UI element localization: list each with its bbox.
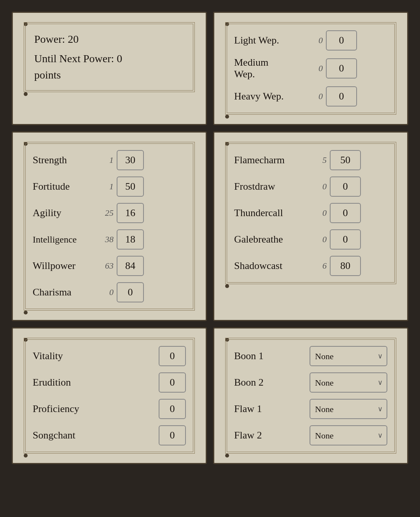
power-label: Power: 20 (34, 31, 184, 47)
flaw1-select[interactable]: None (310, 399, 387, 419)
boon2-label: Boon 2 (234, 377, 277, 388)
flaw2-label: Flaw 2 (234, 430, 277, 441)
derived-panel: Vitality 0 Erudition 0 Proficiency 0 Son… (12, 327, 207, 464)
attr-row-charisma: Charisma 0 0 (33, 282, 186, 302)
willpower-value[interactable]: 84 (117, 256, 144, 276)
flaw2-wrapper: None (310, 425, 387, 445)
fortitude-modifier: 1 (98, 182, 114, 192)
derived-row-erudition: Erudition 0 (33, 372, 186, 393)
erudition-value[interactable]: 0 (159, 372, 186, 393)
intelligence-modifier: 38 (98, 234, 114, 245)
charisma-modifier: 0 (98, 287, 114, 297)
willpower-label: Willpower (33, 260, 95, 272)
spells-panel: Flamecharm 5 50 Frostdraw 0 0 Thundercal… (213, 131, 408, 321)
intelligence-value[interactable]: 18 (117, 229, 144, 250)
strength-modifier: 1 (98, 155, 114, 165)
derived-row-proficiency: Proficiency 0 (33, 399, 186, 419)
boon2-row: Boon 2 None (234, 372, 387, 393)
frostdraw-label: Frostdraw (234, 181, 308, 192)
power-panel: Power: 20 Until Next Power: 0 points (12, 12, 207, 125)
attr-row-fortitude: Fortitude 1 50 (33, 176, 186, 197)
medium-wep-value[interactable]: 0 (326, 58, 357, 79)
flamecharm-modifier: 5 (311, 155, 327, 165)
boon1-label: Boon 1 (234, 350, 277, 362)
weapons-panel: Light Wep. 0 0 MediumWep. 0 0 Heavy Wep.… (213, 12, 408, 125)
agility-value[interactable]: 16 (117, 203, 144, 223)
flaw2-select[interactable]: None (310, 425, 387, 445)
attr-row-willpower: Willpower 63 84 (33, 256, 186, 276)
boon1-wrapper: None (310, 346, 387, 366)
attr-row-strength: Strength 1 30 (33, 150, 186, 170)
spell-row-thundercall: Thundercall 0 0 (234, 203, 387, 223)
attr-row-intelligence: Intelligence 38 18 (33, 229, 186, 250)
spell-row-frostdraw: Frostdraw 0 0 (234, 176, 387, 197)
boons-flaws-panel: Boon 1 None Boon 2 None Flaw 1 (213, 327, 408, 464)
agility-label: Agility (33, 207, 95, 219)
until-next-label: Until Next Power: 0 points (34, 51, 184, 83)
derived-panel-inner: Vitality 0 Erudition 0 Proficiency 0 Son… (24, 338, 195, 454)
shadowcast-modifier: 6 (311, 261, 327, 271)
light-wep-value[interactable]: 0 (326, 30, 357, 51)
shadowcast-value[interactable]: 80 (330, 256, 361, 276)
galebreathe-value[interactable]: 0 (330, 229, 361, 250)
power-panel-inner: Power: 20 Until Next Power: 0 points (24, 22, 195, 92)
thundercall-value[interactable]: 0 (330, 203, 361, 223)
intelligence-label: Intelligence (33, 234, 95, 245)
flaw1-wrapper: None (310, 399, 387, 419)
flaw2-row: Flaw 2 None (234, 425, 387, 445)
spells-panel-inner: Flamecharm 5 50 Frostdraw 0 0 Thundercal… (225, 142, 396, 284)
frostdraw-modifier: 0 (311, 182, 327, 192)
flaw1-label: Flaw 1 (234, 403, 277, 415)
frostdraw-value[interactable]: 0 (330, 176, 361, 197)
main-grid: Power: 20 Until Next Power: 0 points Lig… (8, 8, 412, 468)
attributes-panel-inner: Strength 1 30 Fortitude 1 50 Agility 25 … (24, 142, 195, 311)
vitality-label: Vitality (33, 350, 110, 362)
medium-wep-label: MediumWep. (234, 57, 304, 80)
galebreathe-modifier: 0 (311, 234, 327, 245)
derived-row-songchant: Songchant 0 (33, 425, 186, 445)
boon2-wrapper: None (310, 372, 387, 393)
weapon-row-light: Light Wep. 0 0 (234, 30, 387, 51)
heavy-wep-value[interactable]: 0 (326, 86, 357, 107)
flamecharm-value[interactable]: 50 (330, 150, 361, 170)
fortitude-value[interactable]: 50 (117, 176, 144, 197)
flamecharm-label: Flamecharm (234, 154, 308, 166)
attr-row-agility: Agility 25 16 (33, 203, 186, 223)
heavy-wep-label: Heavy Wep. (234, 91, 304, 102)
songchant-label: Songchant (33, 430, 110, 441)
agility-modifier: 25 (98, 208, 114, 218)
weapons-panel-inner: Light Wep. 0 0 MediumWep. 0 0 Heavy Wep.… (225, 22, 396, 115)
proficiency-label: Proficiency (33, 403, 110, 415)
flaw1-row: Flaw 1 None (234, 399, 387, 419)
boon1-select[interactable]: None (310, 346, 387, 366)
charisma-label: Charisma (33, 286, 95, 298)
erudition-label: Erudition (33, 377, 110, 388)
boons-flaws-panel-inner: Boon 1 None Boon 2 None Flaw 1 (225, 338, 396, 454)
galebreathe-label: Galebreathe (234, 234, 308, 245)
weapon-row-heavy: Heavy Wep. 0 0 (234, 86, 387, 107)
weapon-row-medium: MediumWep. 0 0 (234, 57, 387, 80)
proficiency-value[interactable]: 0 (159, 399, 186, 419)
spell-row-shadowcast: Shadowcast 6 80 (234, 256, 387, 276)
songchant-value[interactable]: 0 (159, 425, 186, 445)
spell-row-galebreathe: Galebreathe 0 0 (234, 229, 387, 250)
charisma-value[interactable]: 0 (117, 282, 144, 302)
thundercall-label: Thundercall (234, 207, 308, 219)
shadowcast-label: Shadowcast (234, 260, 308, 272)
fortitude-label: Fortitude (33, 181, 95, 192)
willpower-modifier: 63 (98, 261, 114, 271)
light-wep-modifier: 0 (307, 35, 323, 45)
derived-row-vitality: Vitality 0 (33, 346, 186, 366)
heavy-wep-modifier: 0 (307, 91, 323, 101)
strength-label: Strength (33, 154, 95, 166)
light-wep-label: Light Wep. (234, 35, 304, 46)
spell-row-flamecharm: Flamecharm 5 50 (234, 150, 387, 170)
medium-wep-modifier: 0 (307, 63, 323, 73)
vitality-value[interactable]: 0 (159, 346, 186, 366)
boon2-select[interactable]: None (310, 372, 387, 393)
thundercall-modifier: 0 (311, 208, 327, 218)
attributes-panel: Strength 1 30 Fortitude 1 50 Agility 25 … (12, 131, 207, 321)
strength-value[interactable]: 30 (117, 150, 144, 170)
boon1-row: Boon 1 None (234, 346, 387, 366)
